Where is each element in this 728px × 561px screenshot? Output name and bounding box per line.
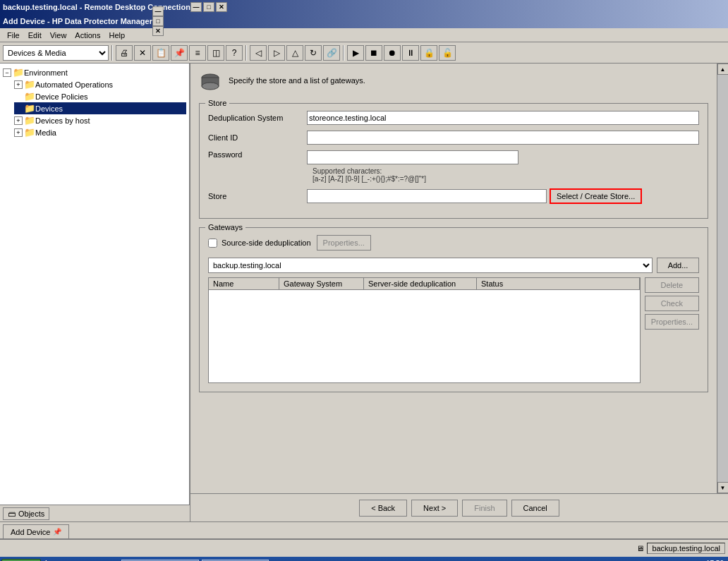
inner-win-controls[interactable]: — □ ✕ xyxy=(152,6,164,36)
outer-win-controls[interactable]: — □ ✕ xyxy=(190,2,227,12)
source-side-properties-btn[interactable]: Properties... xyxy=(317,235,371,251)
gateways-group-title: Gateways xyxy=(205,223,245,231)
tree-item-devices[interactable]: 📁 Devices xyxy=(14,102,186,114)
inner-close-btn[interactable]: ✕ xyxy=(152,26,164,36)
taskbar: ⊞ Start 🖥 ⌨ 📁 💾 🌐 backup.testing.local..… xyxy=(0,557,728,561)
password-label: Password xyxy=(208,150,307,159)
toolbar-add-btn[interactable]: 🖨 xyxy=(116,45,133,61)
store-row: Store Select / Create Store... xyxy=(208,188,699,204)
deduplication-system-label: Deduplication System xyxy=(208,114,307,122)
tree-item-automated-ops[interactable]: + 📁 Automated Operations xyxy=(14,78,186,90)
objects-label: Objects xyxy=(18,509,44,518)
toolbar-pause-btn[interactable]: ⏸ xyxy=(402,45,419,61)
server-name: backup.testing.local xyxy=(647,543,725,554)
db-icon xyxy=(199,72,222,95)
toolbar-start-btn[interactable]: ▶ xyxy=(347,45,364,61)
select-create-store-btn[interactable]: Select / Create Store... xyxy=(550,188,642,204)
toolbar-refresh-btn[interactable]: ↻ xyxy=(305,45,322,61)
store-input[interactable] xyxy=(307,189,547,203)
properties-gateway-btn[interactable]: Properties... xyxy=(645,314,699,330)
deduplication-system-row: Deduplication System xyxy=(208,111,699,125)
tree-item-media[interactable]: + 📁 Media xyxy=(14,126,186,138)
deduplication-system-input[interactable] xyxy=(307,111,699,125)
next-btn[interactable]: Next > xyxy=(411,500,458,517)
menu-file[interactable]: File xyxy=(3,30,24,41)
status-right: 🖥 backup.testing.local xyxy=(636,543,725,554)
client-id-input[interactable] xyxy=(307,131,699,145)
menu-view[interactable]: View xyxy=(46,30,71,41)
inner-titlebar: Add Device - HP Data Protector Manager —… xyxy=(0,14,728,28)
toolbar-up-btn[interactable]: △ xyxy=(286,45,303,61)
main-layout: − 📁 Environment + 📁 Automated Operations… xyxy=(0,64,728,521)
source-side-dedup-row: Source-side deduplication Properties... xyxy=(208,235,699,251)
gateway-table-header: Name Gateway System Server-side deduplic… xyxy=(209,278,640,290)
delete-gateway-btn[interactable]: Delete xyxy=(645,277,699,293)
inner-title-text: Add Device - HP Data Protector Manager xyxy=(3,17,152,25)
check-gateway-btn[interactable]: Check xyxy=(645,296,699,311)
toolbar-view-btn[interactable]: ≡ xyxy=(189,45,206,61)
outer-minimize-btn[interactable]: — xyxy=(190,2,202,12)
expand-devices-by-host[interactable]: + xyxy=(14,116,23,125)
scroll-down-btn[interactable]: ▼ xyxy=(717,482,729,493)
toolbar-connect-btn[interactable]: 🔗 xyxy=(323,45,340,61)
tab-add-device[interactable]: Add Device 📌 xyxy=(3,524,69,538)
toolbar-fwd-btn[interactable]: ▷ xyxy=(268,45,285,61)
gateways-group: Gateways Source-side deduplication Prope… xyxy=(199,227,708,392)
toolbar: Devices & Media 🖨 ✕ 📋 📌 ≡ ◫ ? ◁ ▷ △ ↻ 🔗 … xyxy=(0,42,728,64)
menu-actions[interactable]: Actions xyxy=(71,30,104,41)
gateway-table: Name Gateway System Server-side deduplic… xyxy=(208,277,641,383)
toolbar-help-btn[interactable]: ? xyxy=(226,45,243,61)
tree-label-media: Media xyxy=(35,128,56,137)
toolbar-unlock-btn[interactable]: 🔓 xyxy=(439,45,456,61)
outer-close-btn[interactable]: ✕ xyxy=(216,2,227,12)
tree-item-devices-by-host[interactable]: + 📁 Devices by host xyxy=(14,114,186,126)
toolbar-properties-btn[interactable]: 📋 xyxy=(152,45,169,61)
password-input[interactable] xyxy=(307,150,518,164)
col-header-status: Status xyxy=(477,278,640,289)
password-row: Password Supported characters: [a-z] [A-… xyxy=(208,150,699,183)
tab-bar: Add Device 📌 xyxy=(0,521,728,538)
content-area: Specify the store and a list of gateways… xyxy=(190,64,717,493)
right-scrollbar[interactable]: ▲ ▼ xyxy=(717,64,728,493)
toolbar-stop-btn[interactable]: ⏹ xyxy=(365,45,382,61)
back-btn[interactable]: < Back xyxy=(359,500,407,517)
navigation-buttons: < Back Next > Finish Cancel xyxy=(190,493,728,521)
gateway-add-btn[interactable]: Add... xyxy=(657,258,699,273)
store-group-title: Store xyxy=(205,99,229,107)
objects-tab[interactable]: 🗃 Objects xyxy=(3,507,49,520)
source-side-dedup-checkbox[interactable] xyxy=(208,239,217,248)
supported-chars-text: Supported characters: [a-z] [A-Z] [0-9] … xyxy=(313,167,426,183)
tree-label-environment: Environment xyxy=(24,68,68,77)
expand-automated-ops[interactable]: + xyxy=(14,80,23,89)
server-icon: 🖥 xyxy=(636,544,644,553)
scroll-track[interactable] xyxy=(717,75,728,482)
gateway-table-container: Name Gateway System Server-side deduplic… xyxy=(208,277,699,383)
inner-restore-btn[interactable]: □ xyxy=(152,16,164,26)
expand-media[interactable]: + xyxy=(14,128,23,137)
tree-label-automated-ops: Automated Operations xyxy=(35,80,113,89)
finish-btn[interactable]: Finish xyxy=(462,500,506,517)
toolbar-separator-2 xyxy=(245,45,247,61)
toolbar-lock-btn[interactable]: 🔒 xyxy=(420,45,437,61)
tree-item-environment[interactable]: − 📁 Environment xyxy=(3,66,186,78)
toolbar-delete-btn[interactable]: ✕ xyxy=(134,45,151,61)
outer-restore-btn[interactable]: □ xyxy=(203,2,214,12)
inner-minimize-btn[interactable]: — xyxy=(152,6,164,16)
menu-help[interactable]: Help xyxy=(104,30,129,41)
toolbar-zoom-btn[interactable]: ◫ xyxy=(207,45,224,61)
menu-edit[interactable]: Edit xyxy=(24,30,46,41)
cancel-btn[interactable]: Cancel xyxy=(511,500,559,517)
tree-item-device-policies[interactable]: 📁 Device Policies xyxy=(14,90,186,102)
gateway-action-buttons: Delete Check Properties... xyxy=(645,277,699,383)
toolbar-back-btn[interactable]: ◁ xyxy=(250,45,267,61)
expand-environment[interactable]: − xyxy=(3,68,11,77)
gateway-dropdown[interactable]: backup.testing.local xyxy=(208,258,653,273)
tree-label-devices-by-host: Devices by host xyxy=(35,116,90,125)
tree-label-devices: Devices xyxy=(35,104,63,113)
context-dropdown[interactable]: Devices & Media xyxy=(3,45,109,61)
objects-icon: 🗃 xyxy=(8,509,16,518)
scroll-up-btn[interactable]: ▲ xyxy=(717,64,729,75)
toolbar-pin-btn[interactable]: 📌 xyxy=(171,45,188,61)
col-header-name: Name xyxy=(209,278,279,289)
toolbar-abort-btn[interactable]: ⏺ xyxy=(384,45,401,61)
